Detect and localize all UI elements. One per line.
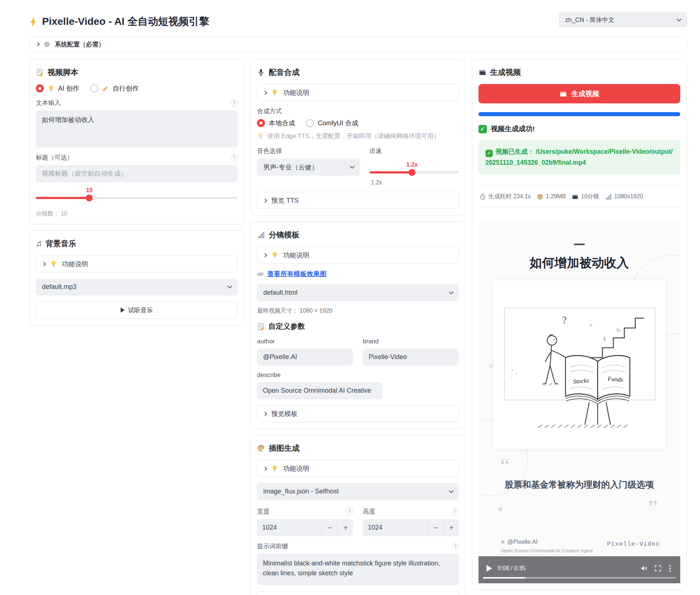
audition-music-button[interactable]: 试听音乐	[36, 301, 238, 319]
width-decrement-button[interactable]: −	[322, 519, 337, 536]
audition-music-label: 试听音乐	[128, 306, 153, 314]
quote-close-icon: ”	[648, 497, 658, 518]
writing-hand-icon	[102, 85, 109, 92]
template-help-accordion[interactable]: 功能说明	[257, 247, 459, 264]
prompt-prefix-input[interactable]: Minimalist black-and-white matchstick fi…	[257, 554, 459, 585]
app-page: Pixelle-Video - AI 全自动短视频引擎 zh_CN - 简体中文…	[0, 0, 700, 595]
system-config-label: 系统配置（必需）	[55, 40, 105, 49]
radio-local-label: 本地合成	[269, 119, 295, 127]
help-icon[interactable]: ?	[346, 508, 353, 515]
title-label-row: 标题（可选） ?	[36, 153, 238, 162]
play-icon	[121, 308, 125, 313]
storyboard-slider[interactable]: 10	[36, 197, 238, 199]
voice-dropdown[interactable]: 男声-专业（云健）	[257, 159, 360, 176]
generate-video-button-label: 生成视频	[571, 89, 599, 99]
image-workflow-dropdown[interactable]: image_flux.json - Selfhost	[257, 483, 459, 500]
success-detail-box: ✓视频已生成： /Users/puke/Workspace/Pixelle-Vi…	[478, 140, 680, 175]
voice-label: 音色选择	[257, 147, 360, 155]
language-value: zh_CN - 简体中文	[565, 16, 614, 24]
describe-input[interactable]	[257, 382, 382, 399]
height-input[interactable]	[363, 524, 427, 531]
width-increment-button[interactable]: +	[338, 519, 353, 536]
radio-self-create[interactable]: 自行创作	[90, 84, 139, 93]
text-input-label: 文本输入	[36, 99, 61, 107]
tts-preview-accordion[interactable]: 预览 TTS	[257, 192, 459, 209]
template-card-title-text: 分镜模板	[269, 230, 299, 240]
video-timestamp: 0:08 / 0:35	[498, 565, 526, 572]
music-help-accordion[interactable]: 功能说明	[36, 255, 238, 272]
video-title-input[interactable]	[36, 165, 238, 182]
script-text-input[interactable]: 如何增加被动收入	[36, 110, 238, 148]
chevron-down-icon	[449, 488, 454, 493]
generate-video-button[interactable]: 生成视频	[478, 84, 680, 103]
volume-icon[interactable]	[640, 564, 648, 572]
package-icon	[537, 193, 544, 200]
script-card-title-text: 视频脚本	[48, 67, 78, 77]
music-dropdown[interactable]: default.mp3	[36, 278, 238, 295]
tts-help-accordion[interactable]: 功能说明	[257, 84, 459, 101]
play-icon[interactable]	[487, 565, 492, 572]
decorative-diamond	[489, 363, 494, 368]
video-seek-bar[interactable]	[483, 577, 676, 579]
music-icon: ♫	[36, 240, 42, 248]
brand-field-group: brand	[363, 336, 459, 366]
image-help-accordion[interactable]: 功能说明	[257, 460, 459, 477]
language-select[interactable]: zh_CN - 简体中文	[559, 12, 687, 27]
seek-bar-played	[483, 577, 525, 579]
radio-comfyui-synthesis[interactable]: ComfyUI 合成	[306, 119, 358, 127]
tts-hint: 使用 Edge TTS，无需配置，开箱即用（请确保网络环境可用）	[257, 132, 459, 140]
help-icon[interactable]: ?	[230, 154, 238, 161]
template-dropdown[interactable]: default.html	[257, 284, 459, 301]
height-increment-button[interactable]: +	[444, 519, 459, 536]
size-row: 宽度 ? − + 高度	[257, 501, 459, 536]
lightning-icon	[29, 17, 38, 26]
slider-value-label: 10	[86, 187, 92, 194]
app-title-text: Pixelle-Video - AI 全自动短视频引擎	[42, 15, 209, 28]
help-icon[interactable]: ?	[452, 508, 459, 515]
clapper-icon	[572, 193, 579, 200]
brand-input[interactable]	[363, 348, 459, 366]
sketch-illustration: $ % ≈ ?	[493, 280, 665, 448]
gear-icon	[43, 41, 50, 48]
chevron-down-icon	[227, 284, 232, 289]
slider-knob[interactable]	[409, 169, 416, 176]
chevron-right-icon	[263, 253, 267, 257]
tts-card-title-text: 配音合成	[269, 67, 299, 77]
radio-local-synthesis[interactable]: 本地合成	[257, 119, 295, 127]
help-icon[interactable]: ?	[452, 543, 459, 550]
width-label: 宽度	[257, 507, 269, 516]
width-input[interactable]	[257, 524, 322, 531]
view-all-templates-link[interactable]: 查看所有模板效果图	[257, 270, 459, 278]
system-config-accordion[interactable]: 系统配置（必需）	[29, 37, 687, 52]
slider-knob[interactable]	[86, 195, 93, 202]
generate-card: 生成视频 生成视频 ✓ 视频生成成功! ✓视频已生成： /Users/puke/…	[472, 59, 687, 590]
speed-display: 1.2x	[371, 179, 459, 186]
height-decrement-button[interactable]: −	[428, 519, 443, 536]
speed-slider[interactable]: 1.2x	[370, 171, 459, 173]
title-optional-label: 标题（可选）	[36, 153, 73, 162]
video-author-row: @Pixelle.AI	[501, 539, 593, 545]
template-preview-label: 预览模板	[271, 409, 298, 418]
kebab-menu-icon[interactable]	[668, 564, 672, 572]
link-icon	[257, 271, 264, 278]
template-help-label: 功能说明	[283, 251, 309, 260]
author-field-group: author	[257, 336, 353, 366]
help-icon[interactable]: ?	[230, 99, 238, 107]
chevron-right-icon	[263, 198, 267, 202]
voice-speed-row: 音色选择 男声-专业（云健） 语速 1.2x 1.2x	[257, 145, 459, 186]
video-player[interactable]: 如何增加被动收入 $ % ≈ ?	[478, 222, 680, 583]
video-caption: 股票和基金常被称为理财的入门级选项	[478, 478, 680, 491]
fullscreen-icon[interactable]	[654, 564, 662, 572]
video-controls-row: 0:08 / 0:35	[478, 564, 680, 572]
stat-size: 1.29MB	[537, 193, 566, 200]
author-input[interactable]	[257, 348, 353, 366]
script-card: 视频脚本 AI 创作 自行创作 文本输入 ?	[29, 59, 244, 224]
custom-params-title-text: 自定义参数	[268, 321, 305, 331]
template-preview-accordion[interactable]: 预览模板	[257, 405, 459, 422]
music-card: ♫ 背景音乐 功能说明 default.mp3 试听音乐	[29, 230, 244, 325]
radio-ai-create[interactable]: AI 创作	[36, 84, 79, 93]
video-author-text: @Pixelle.AI	[507, 539, 538, 545]
stat-resolution: 1080x1920	[605, 193, 643, 200]
style-preview-accordion[interactable]: 预览风格	[257, 591, 459, 595]
text-input-label-row: 文本输入 ?	[36, 99, 238, 107]
